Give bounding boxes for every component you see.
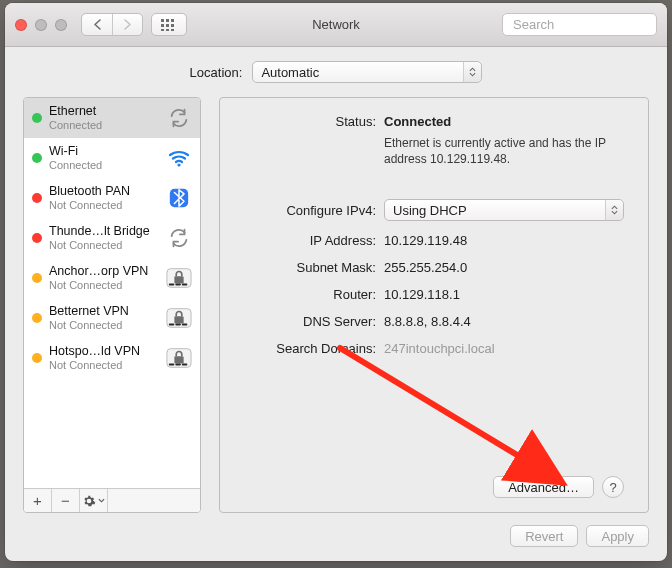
service-state: Not Connected <box>49 239 159 252</box>
back-button[interactable] <box>82 14 112 35</box>
revert-button[interactable]: Revert <box>510 525 578 547</box>
service-item[interactable]: Anchor…orp VPNNot Connected <box>24 258 200 298</box>
service-sidebar: EthernetConnectedWi-FiConnectedBluetooth… <box>23 97 201 513</box>
zoom-window-button[interactable] <box>55 19 67 31</box>
svg-rect-5 <box>171 24 174 27</box>
svg-rect-14 <box>174 276 183 283</box>
traffic-lights <box>15 19 67 31</box>
service-item[interactable]: EthernetConnected <box>24 98 200 138</box>
titlebar: Network <box>5 3 667 47</box>
panel-footer: Advanced… ? <box>236 476 624 498</box>
location-label: Location: <box>190 65 243 80</box>
svg-rect-1 <box>166 19 169 22</box>
service-actions-button[interactable] <box>80 489 108 512</box>
ip-value: 10.129.119.48 <box>384 233 624 248</box>
preferences-window: Network Location: Automatic EthernetConn… <box>5 3 667 561</box>
service-item[interactable]: Thunde…lt BridgeNot Connected <box>24 218 200 258</box>
service-item[interactable]: Betternet VPNNot Connected <box>24 298 200 338</box>
gear-icon <box>82 494 96 508</box>
service-state: Connected <box>49 159 159 172</box>
service-name: Anchor…orp VPN <box>49 264 159 278</box>
close-window-button[interactable] <box>15 19 27 31</box>
remove-service-button[interactable]: − <box>52 489 80 512</box>
status-dot <box>32 313 42 323</box>
location-select[interactable]: Automatic <box>252 61 482 83</box>
nav-segmented <box>81 13 143 36</box>
bt-icon <box>166 185 192 211</box>
configure-ipv4-select[interactable]: Using DHCP <box>384 199 624 221</box>
detail-panel: Status: Connected Ethernet is currently … <box>219 97 649 513</box>
service-name: Betternet VPN <box>49 304 159 318</box>
configure-value: Using DHCP <box>393 203 467 218</box>
svg-rect-19 <box>174 316 183 323</box>
searchdomains-value: 247intouchpci.local <box>384 341 624 356</box>
status-dot <box>32 273 42 283</box>
lock-icon <box>166 265 192 291</box>
annotation-arrow <box>330 338 590 498</box>
help-button[interactable]: ? <box>602 476 624 498</box>
chevron-right-icon <box>123 19 132 30</box>
forward-button[interactable] <box>112 14 142 35</box>
add-service-button[interactable]: + <box>24 489 52 512</box>
lock-icon <box>166 345 192 371</box>
status-dot <box>32 153 42 163</box>
show-all-button[interactable] <box>151 13 187 36</box>
service-item[interactable]: Hotspo…ld VPNNot Connected <box>24 338 200 378</box>
status-value: Connected <box>384 114 624 129</box>
advanced-button[interactable]: Advanced… <box>493 476 594 498</box>
window-footer: Revert Apply <box>23 523 649 547</box>
svg-rect-0 <box>161 19 164 22</box>
service-name: Bluetooth PAN <box>49 184 159 198</box>
svg-line-28 <box>340 348 555 478</box>
service-name: Hotspo…ld VPN <box>49 344 159 358</box>
service-state: Not Connected <box>49 199 159 212</box>
service-item[interactable]: Wi-FiConnected <box>24 138 200 178</box>
chevron-down-icon <box>98 498 105 503</box>
subnet-label: Subnet Mask: <box>236 260 376 275</box>
service-state: Connected <box>49 119 159 132</box>
search-field-wrap[interactable] <box>502 13 657 36</box>
grid-icon <box>161 19 177 31</box>
svg-rect-24 <box>174 356 183 363</box>
dns-label: DNS Server: <box>236 314 376 329</box>
service-state: Not Connected <box>49 319 159 332</box>
ip-label: IP Address: <box>236 233 376 248</box>
svg-rect-8 <box>171 29 174 31</box>
service-name: Ethernet <box>49 104 159 118</box>
svg-rect-3 <box>161 24 164 27</box>
router-label: Router: <box>236 287 376 302</box>
search-input[interactable] <box>513 17 672 32</box>
dual-pane: EthernetConnectedWi-FiConnectedBluetooth… <box>23 97 649 513</box>
dns-value: 8.8.8.8, 8.8.4.4 <box>384 314 624 329</box>
service-state: Not Connected <box>49 359 159 372</box>
service-item[interactable]: Bluetooth PANNot Connected <box>24 178 200 218</box>
status-dot <box>32 193 42 203</box>
svg-rect-4 <box>166 24 169 27</box>
service-state: Not Connected <box>49 279 159 292</box>
sync-icon <box>166 225 192 251</box>
minimize-window-button[interactable] <box>35 19 47 31</box>
service-name: Thunde…lt Bridge <box>49 224 159 238</box>
location-row: Location: Automatic <box>23 61 649 87</box>
service-list[interactable]: EthernetConnectedWi-FiConnectedBluetooth… <box>24 98 200 488</box>
status-dot <box>32 233 42 243</box>
subnet-value: 255.255.254.0 <box>384 260 624 275</box>
apply-button[interactable]: Apply <box>586 525 649 547</box>
lock-icon <box>166 305 192 331</box>
service-name: Wi-Fi <box>49 144 159 158</box>
updown-icon <box>605 200 623 220</box>
status-label: Status: <box>236 114 376 129</box>
svg-rect-7 <box>166 29 169 31</box>
status-dot <box>32 113 42 123</box>
status-subtext: Ethernet is currently active and has the… <box>384 135 624 167</box>
sidebar-footer: + − <box>24 488 200 512</box>
router-value: 10.129.118.1 <box>384 287 624 302</box>
configure-label: Configure IPv4: <box>236 203 376 218</box>
detail-grid: Status: Connected Ethernet is currently … <box>236 114 624 356</box>
wifi-icon <box>166 145 192 171</box>
svg-rect-6 <box>161 29 164 31</box>
searchdomains-label: Search Domains: <box>236 341 376 356</box>
svg-point-11 <box>177 163 180 166</box>
location-value: Automatic <box>261 65 319 80</box>
svg-rect-2 <box>171 19 174 22</box>
